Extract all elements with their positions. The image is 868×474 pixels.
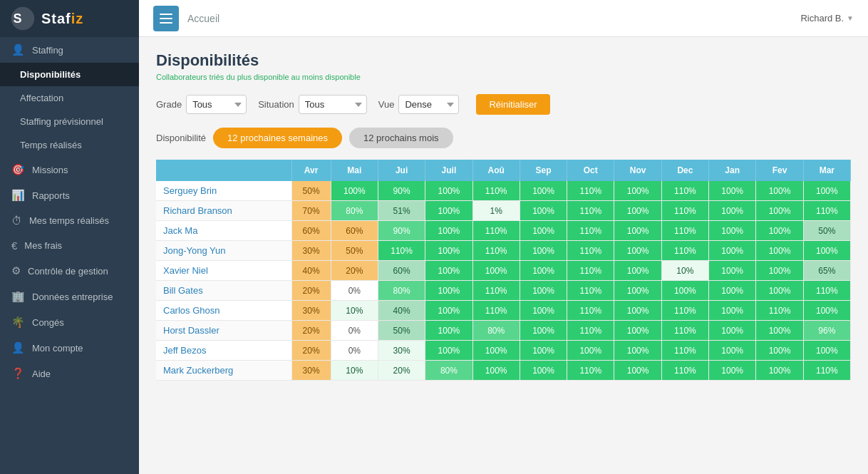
availability-cell: 100%	[520, 321, 567, 341]
topbar-user[interactable]: Richard B. ▼	[800, 13, 854, 24]
sidebar-item-missions[interactable]: 🎯 Missions	[0, 157, 139, 182]
breadcrumb[interactable]: Accueil	[187, 13, 219, 24]
grade-label: Grade	[156, 99, 182, 110]
col-jan: Jan	[709, 160, 756, 181]
person-name[interactable]: Jeff Bezos	[156, 341, 291, 361]
sidebar-item-temps-realises[interactable]: Temps réalisés	[0, 133, 139, 157]
situation-label: Situation	[258, 99, 294, 110]
sidebar-item-staffing-prev[interactable]: Staffing prévisionnel	[0, 110, 139, 133]
availability-cell: 110%	[661, 221, 708, 241]
availability-cell: 40%	[291, 261, 331, 281]
availability-cell: 100%	[756, 321, 803, 341]
availability-cell: 20%	[331, 261, 378, 281]
table-row: Bill Gates20%0%80%100%110%100%110%100%10…	[156, 281, 851, 301]
availability-cell: 100%	[709, 201, 756, 221]
situation-select[interactable]: Tous Disponible En mission En congé	[299, 95, 367, 114]
rapports-icon: 📊	[11, 189, 25, 202]
availability-cell: 100%	[520, 301, 567, 321]
svg-text:S: S	[14, 11, 22, 26]
topbar-left: Accueil	[153, 6, 219, 31]
availability-cell: 10%	[331, 301, 378, 321]
availability-cell: 100%	[756, 281, 803, 301]
sidebar-item-mes-temps[interactable]: ⏱ Mes temps réalisés	[0, 208, 139, 233]
availability-cell: 110%	[661, 341, 708, 361]
availability-cell: 60%	[331, 221, 378, 241]
sidebar-item-staffing-label: Staffing	[32, 45, 63, 56]
col-juil: Juil	[425, 160, 472, 181]
availability-cell: 100%	[425, 201, 472, 221]
sidebar-item-disponibilites-label: Disponibilités	[20, 69, 81, 80]
col-aou: Aoû	[472, 160, 520, 181]
vue-filter: Vue Dense Standard Large	[378, 95, 460, 114]
table-row: Jeff Bezos20%0%30%100%100%100%100%100%11…	[156, 341, 851, 361]
person-name[interactable]: Richard Branson	[156, 201, 291, 221]
sidebar-item-donnees[interactable]: 🏢 Données entreprise	[0, 284, 139, 309]
table-container: Avr Mai Jui Juil Aoû Sep Oct Nov Dec Jan…	[156, 160, 851, 381]
filters-row: Grade Tous Junior Senior Manager Directe…	[156, 94, 851, 115]
page-content: Disponibilités Collaborateurs triés du p…	[139, 37, 868, 474]
person-name[interactable]: Mark Zuckerberg	[156, 361, 291, 381]
sidebar-item-mon-compte[interactable]: 👤 Mon compte	[0, 335, 139, 361]
sidebar-item-aide[interactable]: ❓ Aide	[0, 361, 139, 386]
availability-cell: 100%	[803, 301, 850, 321]
table-row: Horst Dassler20%0%50%100%80%100%110%100%…	[156, 321, 851, 341]
availability-cell: 30%	[378, 341, 425, 361]
col-name	[156, 160, 291, 181]
situation-filter: Situation Tous Disponible En mission En …	[258, 95, 367, 114]
sidebar-logo: S Stafiz	[0, 0, 139, 37]
person-name[interactable]: Xavier Niel	[156, 261, 291, 281]
sidebar-item-conges[interactable]: 🌴 Congés	[0, 309, 139, 335]
col-oct: Oct	[567, 160, 614, 181]
grade-filter: Grade Tous Junior Senior Manager Directe…	[156, 95, 247, 114]
period-btn-weeks[interactable]: 12 prochaines semaines	[213, 128, 342, 148]
availability-cell: 80%	[472, 321, 520, 341]
user-icon: 👤	[11, 43, 25, 56]
availability-cell: 100%	[331, 181, 378, 201]
availability-cell: 110%	[567, 181, 614, 201]
person-name[interactable]: Carlos Ghosn	[156, 301, 291, 321]
sidebar-item-mes-frais[interactable]: € Mes frais	[0, 233, 139, 258]
sidebar-item-controle[interactable]: ⚙ Contrôle de gestion	[0, 258, 139, 284]
sidebar-item-donnees-label: Données entreprise	[32, 292, 113, 302]
availability-cell: 100%	[520, 201, 567, 221]
grade-select[interactable]: Tous Junior Senior Manager Directeur	[186, 95, 247, 114]
account-icon: 👤	[11, 341, 25, 354]
availability-cell: 100%	[709, 361, 756, 381]
availability-cell: 40%	[378, 301, 425, 321]
page-subtitle: Collaborateurs triés du plus disponible …	[156, 73, 851, 81]
availability-cell: 100%	[520, 261, 567, 281]
availability-cell: 100%	[614, 321, 661, 341]
availability-cell: 100%	[803, 241, 850, 261]
availability-cell: 110%	[661, 301, 708, 321]
person-name[interactable]: Serguey Brin	[156, 181, 291, 201]
availability-cell: 100%	[614, 301, 661, 321]
availability-cell: 80%	[425, 361, 472, 381]
col-dec: Dec	[661, 160, 708, 181]
availability-cell: 20%	[291, 281, 331, 301]
availability-cell: 110%	[567, 241, 614, 261]
availability-cell: 100%	[756, 361, 803, 381]
period-btn-months[interactable]: 12 prochains mois	[349, 128, 453, 148]
sidebar-item-staffing[interactable]: 👤 Staffing	[0, 37, 139, 63]
availability-cell: 100%	[709, 221, 756, 241]
availability-cell: 100%	[472, 261, 520, 281]
availability-cell: 30%	[291, 301, 331, 321]
availability-cell: 100%	[520, 281, 567, 301]
reset-button[interactable]: Réinitialiser	[476, 94, 549, 115]
person-name[interactable]: Bill Gates	[156, 281, 291, 301]
availability-cell: 110%	[803, 281, 850, 301]
availability-cell: 100%	[803, 341, 850, 361]
sidebar-item-rapports[interactable]: 📊 Rapports	[0, 182, 139, 208]
hamburger-menu[interactable]	[153, 6, 179, 31]
sidebar-item-affectation[interactable]: Affectation	[0, 86, 139, 110]
availability-cell: 110%	[756, 301, 803, 321]
sidebar-item-disponibilites[interactable]: Disponibilités	[0, 63, 139, 86]
person-name[interactable]: Horst Dassler	[156, 321, 291, 341]
person-name[interactable]: Jong-Yong Yun	[156, 241, 291, 261]
availability-cell: 110%	[803, 201, 850, 221]
person-name[interactable]: Jack Ma	[156, 221, 291, 241]
availability-cell: 100%	[614, 281, 661, 301]
hamburger-line1	[160, 14, 172, 15]
vue-select[interactable]: Dense Standard Large	[398, 95, 459, 114]
table-row: Richard Branson70%80%51%100%1%100%110%10…	[156, 201, 851, 221]
